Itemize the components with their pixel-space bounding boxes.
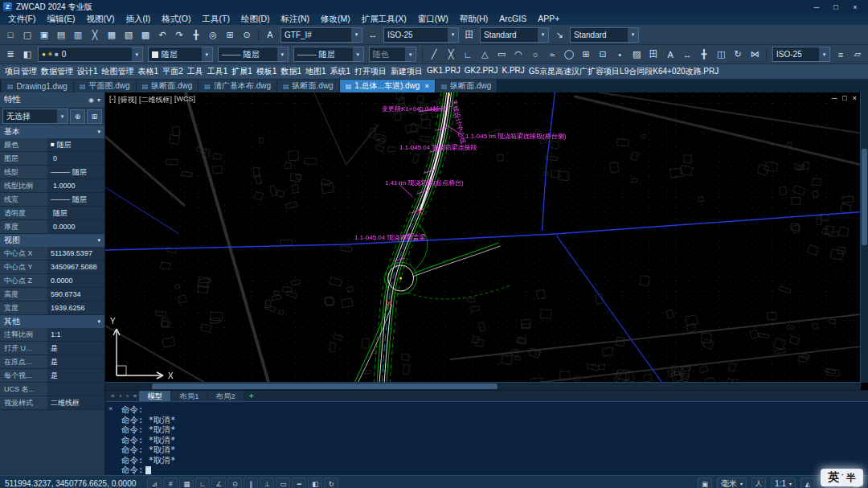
menu-item[interactable]: 帮助(H)	[454, 14, 494, 25]
line-icon[interactable]: ╱	[426, 47, 442, 63]
property-value[interactable]: 二维线框	[47, 396, 104, 409]
property-value[interactable]: 1.0000	[47, 179, 104, 192]
dimension-icon[interactable]: ↔	[679, 47, 695, 63]
menu-item[interactable]: 绘图(D)	[235, 14, 276, 25]
layout-nav-icon[interactable]: ‹	[117, 392, 124, 400]
redo-icon[interactable]: ↷	[171, 27, 187, 43]
project-bar-item[interactable]: 模板1	[256, 66, 277, 77]
match-properties-icon[interactable]: ▩	[137, 27, 154, 43]
menu-item[interactable]: 修改(M)	[315, 14, 356, 25]
layout-tab[interactable]: 布局1	[171, 391, 207, 401]
selection-filter-dropdown[interactable]: 无选择 ▾	[2, 109, 68, 124]
menu-item[interactable]: 编辑(E)	[41, 14, 80, 25]
zoom-realtime-icon[interactable]: ◎	[205, 27, 221, 43]
zoom-window-icon[interactable]: ⊞	[222, 27, 238, 43]
open-file-icon[interactable]: ▢	[19, 27, 35, 43]
section-header-other[interactable]: 其他 ▾	[0, 315, 104, 328]
ellipse-icon[interactable]: ◯	[561, 47, 577, 63]
circle-icon[interactable]: ○	[527, 47, 543, 63]
project-bar-item[interactable]: 新建项目	[391, 66, 423, 77]
text-style-dropdown[interactable]: GTF_I# ▾	[280, 27, 362, 43]
revision-cloud-icon[interactable]: ≈	[544, 47, 560, 63]
annotation-visibility-icon[interactable]: ◭	[800, 478, 815, 488]
annotation-scale-icon[interactable]: 人	[751, 478, 766, 488]
command-input[interactable]: 命令:	[121, 465, 865, 475]
close-icon[interactable]: ×	[845, 1, 865, 13]
doc-close-icon[interactable]: ×	[853, 94, 857, 102]
menu-item[interactable]: 格式(O)	[156, 14, 196, 25]
property-value[interactable]: 0	[47, 152, 104, 165]
doc-restore-icon[interactable]: □	[842, 94, 846, 102]
project-bar-item[interactable]: K.PRJ	[502, 66, 524, 77]
visual-style-control[interactable]: [二维线框]	[139, 95, 172, 105]
infer-constraints-toggle[interactable]: ⊿	[147, 478, 162, 488]
polar-tracking-toggle[interactable]: ∠	[211, 478, 226, 488]
pan-icon[interactable]: ╋	[188, 27, 204, 43]
panel-menu-icon[interactable]: ▾	[97, 96, 100, 104]
auto-hide-pin-icon[interactable]: ◉	[88, 96, 94, 104]
dim-style-dropdown[interactable]: ISO-25 ▾	[383, 27, 459, 43]
rectangle-icon[interactable]: ▭	[493, 47, 510, 63]
layout-nav-icon[interactable]: »	[131, 392, 139, 400]
undo-icon[interactable]: ↶	[154, 27, 170, 43]
model-space-icon[interactable]: ▣	[698, 478, 712, 488]
scrollbar-thumb[interactable]	[862, 149, 867, 245]
cut-icon[interactable]: ╳	[87, 27, 103, 43]
close-tab-icon[interactable]: ×	[424, 82, 428, 90]
project-bar-item[interactable]: 工具	[187, 66, 203, 77]
property-value[interactable]: 590.6734	[47, 288, 104, 301]
drawing-viewport[interactable]: X Y	[105, 92, 868, 390]
table-style-icon[interactable]: 田	[461, 27, 477, 43]
copy-icon[interactable]: ▦	[104, 27, 120, 43]
project-bar-item[interactable]: 绘图管理	[102, 66, 134, 77]
project-bar-item[interactable]: 平面2	[162, 66, 183, 77]
print-preview-icon[interactable]: ▥	[70, 27, 86, 43]
quick-select-icon[interactable]: ⊞	[87, 109, 102, 124]
property-value[interactable]: 是	[47, 369, 104, 382]
ortho-toggle[interactable]: ∟	[195, 478, 210, 488]
table-icon[interactable]: 田	[645, 47, 661, 63]
lineweight-display-toggle[interactable]: ━	[292, 478, 306, 488]
project-bar-item[interactable]: 项目管理	[5, 66, 37, 77]
project-bar-item[interactable]: 数据管理	[41, 66, 73, 77]
dim-edit-icon[interactable]: ▱	[850, 47, 866, 63]
plot-style-dropdown[interactable]: 随色 ▾	[369, 47, 417, 62]
menu-item[interactable]: 插入(I)	[120, 14, 156, 25]
object-snap-toggle[interactable]: ⊙	[227, 478, 242, 488]
paste-icon[interactable]: ▧	[121, 27, 137, 43]
save-icon[interactable]: ▣	[36, 27, 52, 43]
project-bar-item[interactable]: 扩展1	[231, 66, 252, 77]
new-layout-icon[interactable]: +	[244, 392, 259, 400]
dynamic-ucs-toggle[interactable]: ⊥	[260, 478, 274, 488]
layout-tab[interactable]: 布局2	[208, 391, 244, 401]
snap-toggle[interactable]: #	[163, 478, 178, 488]
command-close-icon[interactable]: ×	[108, 404, 113, 412]
scrollbar-thumb[interactable]	[152, 383, 497, 389]
object-snap-tracking-toggle[interactable]: ∥	[244, 478, 258, 488]
property-value[interactable]: 0.0000	[47, 220, 104, 233]
dim-style-dropdown-2[interactable]: ISO-25 ▾	[772, 47, 830, 62]
menu-item[interactable]: 扩展工具(X)	[356, 14, 412, 25]
property-value[interactable]: 511369.5397	[47, 247, 104, 260]
transparency-toggle[interactable]: ◧	[308, 478, 322, 488]
document-tab[interactable]: ▤ Drawing1.dwg ×	[2, 80, 73, 92]
arc-icon[interactable]: ◠	[510, 47, 526, 63]
project-bar-item[interactable]: 地图1	[305, 66, 326, 77]
property-value[interactable]: 0.0000	[47, 274, 104, 287]
viewport-control-menu[interactable]: [-]	[109, 95, 116, 105]
menu-item[interactable]: APP+	[532, 14, 565, 25]
property-value[interactable]: 1939.6256	[47, 301, 104, 314]
linetype-dropdown[interactable]: ——— 随层 ▾	[218, 47, 289, 62]
layer-states-icon[interactable]: ◧	[19, 47, 35, 63]
document-tab[interactable]: ▤ 平面图.dwg ×	[74, 80, 136, 92]
property-value[interactable]: 3450967.5088	[47, 260, 104, 273]
text-style-icon[interactable]: A	[262, 27, 278, 43]
hatch-icon[interactable]: ▨	[628, 47, 645, 63]
vertical-scrollbar[interactable]	[860, 92, 868, 383]
property-value[interactable]: ——— 随层	[47, 166, 104, 178]
dim-update-icon[interactable]: ≡	[833, 47, 849, 63]
menu-item[interactable]: 视图(V)	[80, 14, 120, 25]
plot-icon[interactable]: ▤	[53, 27, 69, 43]
property-value[interactable]: 是	[47, 342, 104, 355]
menu-item[interactable]: ArcGIS	[493, 14, 532, 25]
